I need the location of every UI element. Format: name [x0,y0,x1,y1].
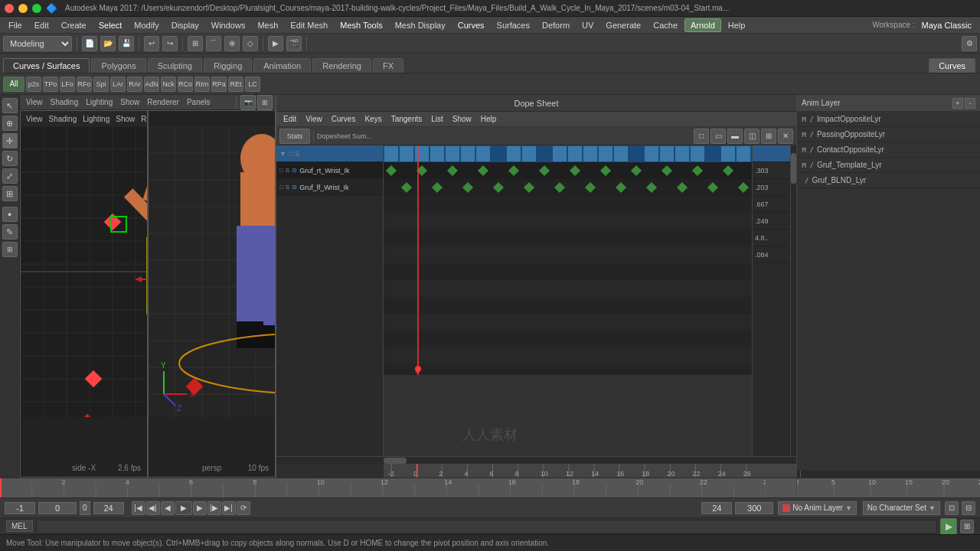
dope-hscrollbar[interactable] [276,456,796,464]
layer-add-btn[interactable]: + [952,98,963,109]
end-frame-input[interactable] [93,502,124,514]
goto-end-btn[interactable]: ▶| [222,501,236,515]
dope-menu-view[interactable]: View [302,114,326,124]
transform-tool[interactable]: ⊞ [2,186,18,201]
vp-left-shading[interactable]: Shading [47,115,80,123]
camera-icon[interactable]: 📷 [240,95,256,110]
vp-left-view[interactable]: View [24,115,45,123]
menu-mesh[interactable]: Mesh [252,19,283,31]
goto-start-btn[interactable]: |◀ [132,501,145,515]
prev-frame-btn[interactable]: ◀ [161,501,175,515]
layer-scrollbar[interactable] [797,470,980,478]
menu-help[interactable]: Help [723,19,751,31]
menu-surfaces[interactable]: Surfaces [492,19,535,31]
paint-tool[interactable]: ✎ [2,224,18,240]
dope-scrollbar[interactable] [790,145,796,456]
prev-key-btn[interactable]: ◀| [146,501,160,515]
shortcut-adnch[interactable]: AdN [144,77,159,92]
menu-edit-mesh[interactable]: Edit Mesh [285,19,333,31]
dope-icon2[interactable]: ▭ [710,129,726,144]
shortcut-nckhd[interactable]: Nck [161,77,176,92]
shortcut-lfoot[interactable]: LFo [60,77,75,92]
vp-left-renderer[interactable]: Renderer [139,115,148,123]
start-frame-input[interactable] [5,502,35,514]
scale-tool[interactable]: ⤢ [2,168,18,184]
menu-file[interactable]: File [3,19,28,31]
dope-menu-tangents[interactable]: Tangents [387,114,426,124]
undo-btn[interactable]: ↩ [144,36,159,51]
range-end-input[interactable] [735,502,773,514]
shortcut-rimpa[interactable]: RIm [194,77,210,92]
vp-menu-show[interactable]: Show [117,98,142,106]
tab-curves-alt[interactable]: Curves [929,58,975,73]
max-btn[interactable] [32,4,41,13]
char-set-extra2[interactable]: ⊟ [962,501,975,515]
menu-curves[interactable]: Curves [452,19,490,31]
current-frame-input[interactable] [38,502,77,514]
status-extra[interactable]: ⊞ [960,520,974,533]
min-btn[interactable] [18,4,28,13]
menu-edit[interactable]: Edit [29,19,54,31]
menu-windows[interactable]: Windows [206,19,251,31]
menu-arnold[interactable]: Arnold [684,18,721,32]
vp-left-show[interactable]: Show [113,115,137,123]
shortcut-spine[interactable]: Spi [93,77,109,92]
shortcut-rpass[interactable]: RPa [211,77,227,92]
redo-btn[interactable]: ↪ [162,36,178,51]
dope-menu-list[interactable]: List [427,114,447,124]
close-btn[interactable] [5,4,14,13]
tab-rigging[interactable]: Rigging [204,58,252,73]
shortcut-tpose[interactable]: TPo [43,77,58,92]
menu-mesh-display[interactable]: Mesh Display [390,19,451,31]
vp-menu-view[interactable]: View [23,98,46,106]
dope-icon3[interactable]: ▬ [727,129,743,144]
dope-icon1[interactable]: □ [694,129,709,144]
soft-select[interactable]: ● [2,207,18,222]
dope-menu-help[interactable]: Help [477,114,501,124]
vp-menu-shading[interactable]: Shading [47,98,82,106]
open-btn[interactable]: 📂 [100,36,116,51]
mode-selector[interactable]: Modeling [3,36,72,51]
dope-close[interactable]: ✕ [778,129,793,144]
settings-btn[interactable]: ⚙ [962,36,977,51]
layer-remove-btn[interactable]: - [965,98,975,109]
vp-menu-panels[interactable]: Panels [184,98,214,106]
dope-menu-curves[interactable]: Curves [328,114,360,124]
menu-display[interactable]: Display [166,19,204,31]
render-btn[interactable]: ▶ [268,36,283,51]
dope-stats[interactable]: Stats [279,129,310,144]
mel-label[interactable]: MEL [6,520,33,532]
dope-icon4[interactable]: ◫ [744,129,760,144]
shortcut-rcont[interactable]: RCo [178,77,193,92]
shortcut-p2s[interactable]: p2s [26,77,41,92]
dope-menu-show[interactable]: Show [449,114,475,124]
new-scene-btn[interactable]: 📄 [82,36,97,51]
vp-menu-renderer[interactable]: Renderer [144,98,182,106]
play-big-btn[interactable]: ▶ [940,518,957,535]
snap-point[interactable]: ⊕ [224,36,240,51]
dope-keyframe-area[interactable] [384,145,752,456]
timeline-left[interactable] [0,478,796,497]
loop-btn[interactable]: ⟳ [237,501,250,515]
mel-input[interactable] [36,520,937,533]
tab-curves-surfaces[interactable]: Curves / Surfaces [3,58,90,73]
vp-menu-lighting[interactable]: Lighting [83,98,116,106]
snap-surface[interactable]: ◇ [243,36,258,51]
shortcut-rfoot[interactable]: RFo [77,77,92,92]
grid-toggle[interactable]: ⊞ [257,95,273,110]
menu-cache[interactable]: Cache [648,19,683,31]
menu-modify[interactable]: Modify [129,19,164,31]
range-start-input[interactable] [701,502,732,514]
shortcut-lc[interactable]: LC [245,77,260,92]
grid-icon[interactable]: ⊞ [2,242,18,257]
shortcut-larm[interactable]: LAr [110,77,126,92]
snap-curve[interactable]: ⌒ [206,36,221,51]
ipr-btn[interactable]: 🎬 [286,36,302,51]
play-btn[interactable]: ▶ [175,501,192,515]
tab-polygons[interactable]: Polygons [91,58,145,73]
next-key-btn[interactable]: |▶ [207,501,221,515]
menu-generate[interactable]: Generate [600,19,646,31]
rotate-tool[interactable]: ↻ [2,151,18,166]
tab-rendering[interactable]: Rendering [312,58,371,73]
select-tool[interactable]: ↖ [2,98,18,113]
